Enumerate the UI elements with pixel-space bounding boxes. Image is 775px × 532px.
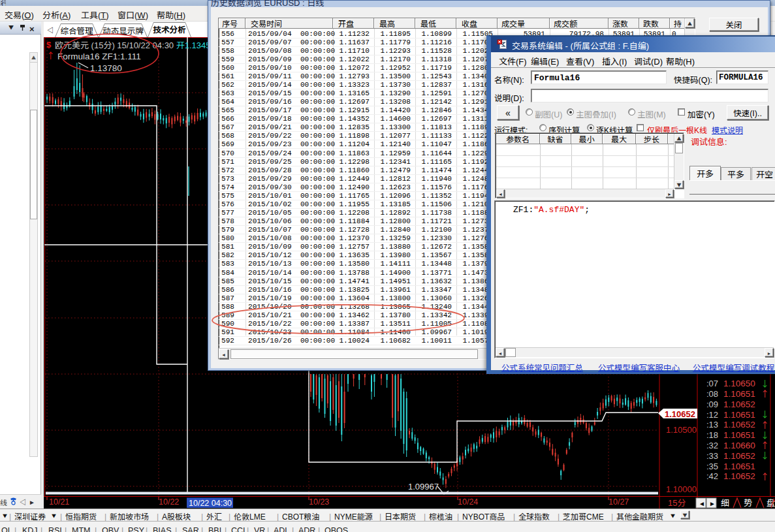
svg-text:15分: 15分 bbox=[668, 496, 686, 509]
svg-text:1.10500: 1.10500 bbox=[666, 423, 697, 435]
svg-text:10/22: 10/22 bbox=[159, 495, 179, 507]
svg-text:1.10652: 1.10652 bbox=[665, 407, 695, 420]
svg-text::42: :42 bbox=[706, 469, 718, 482]
svg-text:1.13780: 1.13780 bbox=[90, 61, 122, 74]
svg-text:盘: 盘 bbox=[767, 496, 775, 509]
svg-text:↑: ↑ bbox=[761, 387, 769, 399]
svg-text:10/21: 10/21 bbox=[49, 495, 69, 507]
svg-text:◄: ◄ bbox=[699, 498, 705, 508]
svg-text:↑: ↑ bbox=[761, 470, 769, 482]
svg-text:1.09967: 1.09967 bbox=[408, 480, 439, 492]
svg-text:↓: ↓ bbox=[761, 449, 769, 462]
svg-text:1.10000: 1.10000 bbox=[666, 482, 697, 495]
svg-text:10/24: 10/24 bbox=[458, 495, 478, 507]
svg-text:细: 细 bbox=[721, 496, 729, 509]
svg-text:势: 势 bbox=[744, 496, 752, 509]
svg-text:1.10652: 1.10652 bbox=[723, 469, 755, 482]
svg-text:↑: ↑ bbox=[46, 49, 55, 61]
svg-text:10/27: 10/27 bbox=[609, 495, 629, 507]
svg-text:Formula16 ZF1:1.111: Formula16 ZF1:1.111 bbox=[57, 49, 141, 62]
svg-text:►: ► bbox=[709, 498, 716, 508]
svg-text:10/22 04:30: 10/22 04:30 bbox=[189, 496, 232, 509]
svg-text:10/23: 10/23 bbox=[309, 495, 329, 507]
